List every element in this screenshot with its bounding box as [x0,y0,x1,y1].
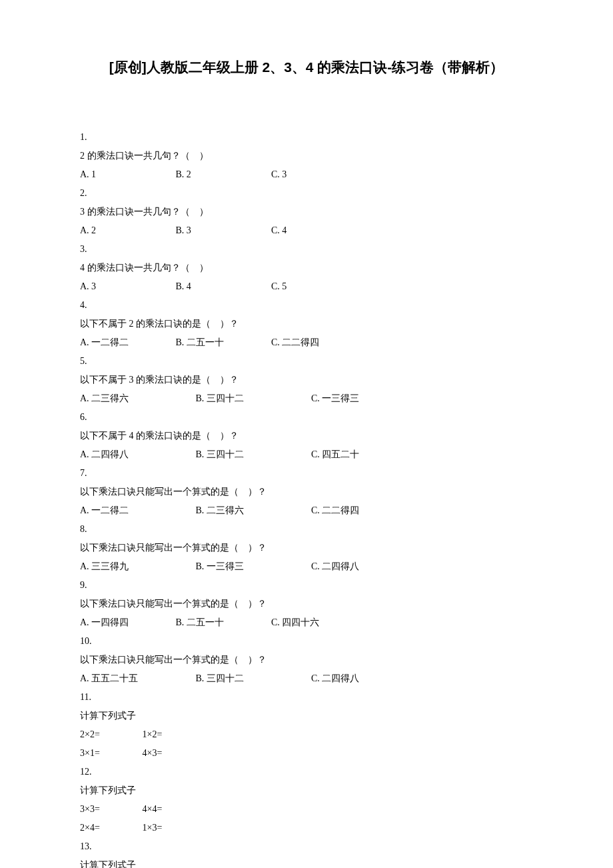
choice-b: B. 二三得六 [196,501,309,520]
question-number: 5. [80,352,533,371]
choice-b: B. 三四十二 [196,445,309,464]
question-text: 以下乘法口诀只能写出一个算式的是（ ）？ [80,539,533,557]
choice-a: A. 3 [80,277,173,296]
choice-a: A. 二四得八 [80,445,193,464]
question-number: 3. [80,240,533,259]
choice-a: A. 1 [80,165,173,184]
question-number: 1. [80,128,533,147]
choice-a: A. 三三得九 [80,557,193,576]
choice-b: B. 三四十二 [196,669,309,688]
calc-item: 4×3= [143,744,203,763]
choice-c: C. 3 [271,165,364,184]
calc-item: 2×2= [80,725,140,744]
choice-b: B. 二五一十 [176,613,269,632]
calc-row: 2×2= 1×2= [80,725,533,744]
question-number: 2. [80,184,533,203]
question-number: 7. [80,464,533,483]
choice-row: A. 二四得八 B. 三四十二 C. 四五二十 [80,445,533,464]
question-number: 9. [80,576,533,595]
question-text: 计算下列式子 [80,707,533,725]
choice-c: C. 5 [271,277,364,296]
document-content: 1. 2 的乘法口诀一共几句？（ ） A. 1 B. 2 C. 3 2. 3 的… [80,128,533,868]
choice-a: A. 二三得六 [80,389,193,408]
choice-a: A. 一二得二 [80,333,173,352]
choice-a: A. 一二得二 [80,501,193,520]
question-number: 12. [80,763,533,781]
calc-item: 4×4= [143,800,203,819]
choice-row: A. 五五二十五 B. 三四十二 C. 二四得八 [80,669,533,688]
choice-row: A. 二三得六 B. 三四十二 C. 一三得三 [80,389,533,408]
document-page: [原创]人教版二年级上册 2、3、4 的乘法口诀-练习卷（带解析） 1. 2 的… [0,0,613,868]
question-text: 4 的乘法口诀一共几句？（ ） [80,259,533,277]
question-text: 以下不属于 2 的乘法口诀的是（ ）？ [80,315,533,333]
choice-row: A. 一二得二 B. 二三得六 C. 二二得四 [80,501,533,520]
calc-item: 3×1= [80,744,140,763]
choice-c: C. 二四得八 [311,669,424,688]
choice-row: A. 一二得二 B. 二五一十 C. 二二得四 [80,333,533,352]
choice-a: A. 2 [80,221,173,240]
choice-c: C. 四四十六 [271,613,364,632]
calc-item: 2×4= [80,819,140,837]
choice-c: C. 四五二十 [311,445,424,464]
question-text: 计算下列式子 [80,781,533,800]
choice-row: A. 2 B. 3 C. 4 [80,221,533,240]
choice-a: A. 一四得四 [80,613,173,632]
question-text: 计算下列式子 [80,856,533,868]
choice-b: B. 三四十二 [196,389,309,408]
choice-a: A. 五五二十五 [80,669,193,688]
choice-b: B. 4 [176,277,269,296]
choice-b: B. 2 [176,165,269,184]
choice-b: B. 一三得三 [196,557,309,576]
question-number: 4. [80,296,533,315]
question-number: 10. [80,632,533,651]
choice-c: C. 4 [271,221,364,240]
choice-b: B. 3 [176,221,269,240]
choice-c: C. 一三得三 [311,389,424,408]
document-title: [原创]人教版二年级上册 2、3、4 的乘法口诀-练习卷（带解析） [80,53,533,81]
choice-row: A. 一四得四 B. 二五一十 C. 四四十六 [80,613,533,632]
choice-row: A. 3 B. 4 C. 5 [80,277,533,296]
choice-row: A. 三三得九 B. 一三得三 C. 二四得八 [80,557,533,576]
choice-b: B. 二五一十 [176,333,269,352]
choice-c: C. 二二得四 [271,333,364,352]
question-text: 以下乘法口诀只能写出一个算式的是（ ）？ [80,595,533,613]
choice-row: A. 1 B. 2 C. 3 [80,165,533,184]
calc-row: 3×3= 4×4= [80,800,533,819]
question-text: 3 的乘法口诀一共几句？（ ） [80,203,533,221]
choice-c: C. 二二得四 [311,501,424,520]
calc-row: 2×4= 1×3= [80,819,533,837]
calc-row: 3×1= 4×3= [80,744,533,763]
question-number: 11. [80,688,533,707]
question-number: 6. [80,408,533,427]
calc-item: 1×2= [143,725,203,744]
question-number: 13. [80,837,533,856]
question-text: 以下不属于 3 的乘法口诀的是（ ）？ [80,371,533,389]
question-text: 以下乘法口诀只能写出一个算式的是（ ）？ [80,483,533,501]
question-text: 以下不属于 4 的乘法口诀的是（ ）？ [80,427,533,445]
question-text: 2 的乘法口诀一共几句？（ ） [80,147,533,165]
calc-item: 1×3= [143,819,203,837]
calc-item: 3×3= [80,800,140,819]
question-number: 8. [80,520,533,539]
question-text: 以下乘法口诀只能写出一个算式的是（ ）？ [80,651,533,669]
choice-c: C. 二四得八 [311,557,424,576]
